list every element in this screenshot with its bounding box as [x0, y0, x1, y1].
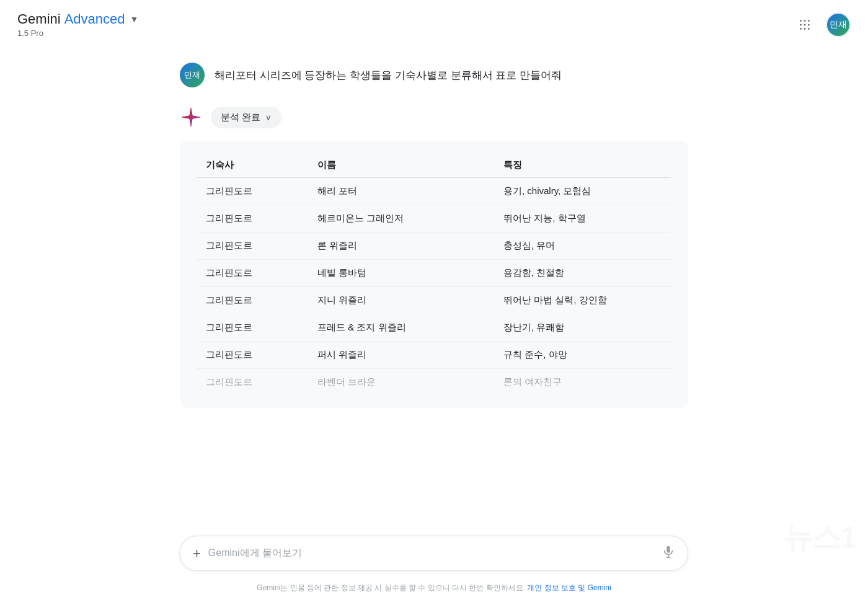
header-title-row: Gemini Advanced ▼: [17, 11, 138, 27]
table-cell-6-0: 그리핀도르: [197, 342, 309, 369]
user-avatar-label: 민재: [184, 69, 200, 81]
svg-point-5: [808, 24, 810, 25]
svg-point-2: [808, 20, 810, 22]
table-cell-5-2: 장난기, 유쾌함: [495, 314, 671, 342]
gemini-label: Gemini: [17, 11, 61, 27]
user-avatar-header[interactable]: 민재: [826, 12, 851, 37]
analysis-badge[interactable]: 분석 완료 ∨: [211, 107, 281, 128]
dropdown-arrow-icon[interactable]: ▼: [130, 14, 139, 24]
footer-privacy-link[interactable]: 개인 정보 보호 및 Gemini: [527, 583, 611, 592]
mic-icon[interactable]: [662, 545, 675, 562]
table-cell-3-1: 네빌 롱바텀: [309, 260, 495, 287]
table-cell-4-0: 그리핀도르: [197, 287, 309, 314]
input-area: + Gemini에게 물어보기: [180, 536, 688, 571]
analysis-badge-text: 분석 완료: [221, 112, 260, 123]
table-cell-7-0: 그리핀도르: [197, 369, 309, 396]
grid-icon[interactable]: [794, 14, 816, 36]
table-row: 그리핀도르프레드 & 조지 위즐리장난기, 유쾌함: [197, 314, 671, 342]
table-cell-5-1: 프레드 & 조지 위즐리: [309, 314, 495, 342]
table-cell-6-1: 퍼시 위즐리: [309, 342, 495, 369]
table-row: 그리핀도르네빌 롱바텀용감함, 친절함: [197, 260, 671, 287]
footer-text: Gemini는 인물 등에 관한 정보 제공 시 실수를 할 수 있으니 다시 …: [257, 583, 611, 593]
gemini-response: 분석 완료 ∨ 기숙사 이름 특징 그리핀도르해리 포터용기, chivalry…: [155, 106, 713, 408]
svg-point-1: [804, 20, 806, 22]
footer-disclaimer: Gemini는 인물 등에 관한 정보 제공 시 실수를 할 수 있으니 다시 …: [257, 583, 525, 592]
table-row: 그리핀도르론 위즐리충성심, 유머: [197, 232, 671, 260]
col-header-house: 기숙사: [197, 153, 309, 178]
svg-point-8: [808, 28, 810, 30]
table-cell-2-0: 그리핀도르: [197, 232, 309, 260]
add-attachment-button[interactable]: +: [193, 546, 201, 562]
user-avatar: 민재: [180, 63, 205, 87]
advanced-label: Advanced: [64, 11, 125, 27]
table-header-row: 기숙사 이름 특징: [197, 153, 671, 178]
table-cell-0-1: 해리 포터: [309, 178, 495, 205]
table-container: 기숙사 이름 특징 그리핀도르해리 포터용기, chivalry, 모험심그리핀…: [180, 141, 688, 408]
table-cell-4-2: 뛰어난 마법 실력, 강인함: [495, 287, 671, 314]
table-cell-1-0: 그리핀도르: [197, 205, 309, 232]
table-cell-0-0: 그리핀도르: [197, 178, 309, 205]
svg-point-7: [804, 28, 806, 30]
avatar-label: 민재: [830, 19, 847, 30]
svg-point-6: [800, 28, 802, 30]
table-cell-2-1: 론 위즐리: [309, 232, 495, 260]
gemini-response-header: 분석 완료 ∨: [180, 106, 688, 128]
svg-point-0: [800, 20, 802, 22]
chat-input[interactable]: Gemini에게 물어보기: [208, 547, 654, 560]
students-table: 기숙사 이름 특징 그리핀도르해리 포터용기, chivalry, 모험심그리핀…: [197, 153, 671, 396]
analysis-chevron-icon: ∨: [265, 113, 272, 122]
input-box: + Gemini에게 물어보기: [180, 536, 688, 571]
table-cell-5-0: 그리핀도르: [197, 314, 309, 342]
col-header-trait: 특징: [495, 153, 671, 178]
user-message-row: 민재 해리포터 시리즈에 등장하는 학생들을 기숙사별로 분류해서 표로 만들어…: [155, 63, 713, 87]
table-cell-3-0: 그리핀도르: [197, 260, 309, 287]
header-left: Gemini Advanced ▼ 1.5 Pro: [17, 11, 138, 38]
user-message-text: 해리포터 시리즈에 등장하는 학생들을 기숙사별로 분류해서 표로 만들어줘: [215, 63, 562, 84]
table-cell-1-2: 뛰어난 지능, 학구열: [495, 205, 671, 232]
svg-point-4: [804, 24, 806, 25]
main-content: 민재 해리포터 시리즈에 등장하는 학생들을 기숙사별로 분류해서 표로 만들어…: [155, 44, 713, 427]
table-cell-1-1: 헤르미온느 그레인저: [309, 205, 495, 232]
table-cell-7-2: 론의 여자친구: [495, 369, 671, 396]
table-cell-3-2: 용감함, 친절함: [495, 260, 671, 287]
header: Gemini Advanced ▼ 1.5 Pro 민재: [0, 0, 868, 44]
svg-rect-9: [666, 546, 670, 553]
table-row: 그리핀도르퍼시 위즐리규칙 준수, 야망: [197, 342, 671, 369]
table-cell-6-2: 규칙 준수, 야망: [495, 342, 671, 369]
col-header-name: 이름: [309, 153, 495, 178]
watermark: 뉴스1: [783, 523, 856, 552]
table-cell-0-2: 용기, chivalry, 모험심: [495, 178, 671, 205]
table-cell-2-2: 충성심, 유머: [495, 232, 671, 260]
table-cell-4-1: 지니 위즐리: [309, 287, 495, 314]
table-cell-7-1: 라벤더 브라운: [309, 369, 495, 396]
table-row: 그리핀도르라벤더 브라운론의 여자친구: [197, 369, 671, 396]
gemini-star-icon: [180, 106, 202, 128]
table-row: 그리핀도르해리 포터용기, chivalry, 모험심: [197, 178, 671, 205]
header-right: 민재: [794, 12, 851, 37]
subtitle: 1.5 Pro: [17, 29, 138, 38]
table-row: 그리핀도르헤르미온느 그레인저뛰어난 지능, 학구열: [197, 205, 671, 232]
table-row: 그리핀도르지니 위즐리뛰어난 마법 실력, 강인함: [197, 287, 671, 314]
svg-point-3: [800, 24, 802, 25]
